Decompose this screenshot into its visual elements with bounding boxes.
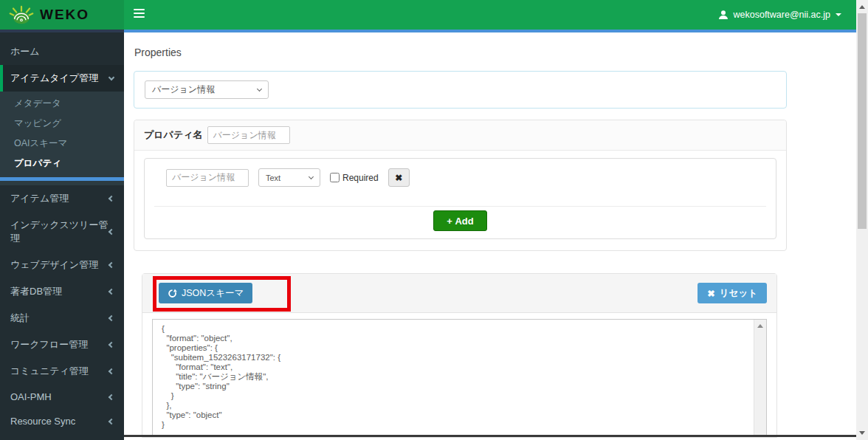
bottom-edge: [124, 435, 868, 437]
json-code-editor[interactable]: { "format": "object", "properties": { "s…: [152, 319, 767, 437]
property-name-input[interactable]: [207, 126, 290, 144]
scroll-down-arrow-icon: [859, 431, 865, 435]
editor-scrollbar[interactable]: [754, 320, 766, 436]
item-type-select[interactable]: バージョン情報: [145, 80, 269, 99]
json-schema-button-label: JSONスキーマ: [182, 287, 244, 300]
chevron-left-icon: [108, 368, 114, 374]
caret-down-icon: [836, 13, 841, 16]
sidebar-submenu: メタデータ マッピング OAIスキーマ プロパティ: [0, 92, 124, 185]
sidebar-item-itemtype-admin[interactable]: アイテムタイプ管理: [0, 65, 124, 92]
chevron-left-icon: [108, 289, 114, 295]
sidebar-item-record-admin[interactable]: レコード管理: [0, 433, 124, 440]
user-icon: [718, 10, 728, 20]
chevron-down-icon: [309, 173, 314, 179]
remove-attribute-button[interactable]: ✖: [388, 168, 410, 187]
add-button[interactable]: + Add: [433, 210, 487, 231]
json-schema-panel-header: JSONスキーマ ✖ リセット: [142, 274, 776, 313]
sidebar-item-authordb-admin[interactable]: 著者DB管理: [0, 278, 124, 305]
sidebar-item-community-admin[interactable]: コミュニティ管理: [0, 358, 124, 385]
json-schema-panel: JSONスキーマ ✖ リセット { "format": "object", "p…: [142, 273, 777, 438]
main-content: Properties バージョン情報 プロパティ名 Text: [124, 32, 856, 440]
item-type-select-value: バージョン情報: [152, 83, 215, 96]
attribute-name-input[interactable]: [166, 169, 249, 187]
sidebar-subitem-oai-schema[interactable]: OAIスキーマ: [0, 134, 124, 154]
sidebar-item-indextree-admin[interactable]: インデックスツリー管理: [0, 212, 124, 252]
json-code-text: { "format": "object", "properties": { "s…: [153, 320, 766, 434]
item-type-panel: バージョン情報: [134, 71, 787, 109]
sidebar-item-home[interactable]: ホーム: [0, 38, 124, 65]
sidebar-subitem-metadata[interactable]: メタデータ: [0, 94, 124, 114]
required-checkbox[interactable]: [330, 173, 340, 182]
page-scrollbar[interactable]: [856, 0, 868, 440]
x-icon: ✖: [707, 288, 714, 299]
reset-button-label: リセット: [720, 287, 757, 300]
chevron-left-icon: [108, 393, 114, 399]
refresh-icon: [168, 289, 177, 298]
active-indicator-bar: [0, 177, 124, 181]
attribute-row: Text Required ✖: [154, 168, 766, 187]
chevron-left-icon: [108, 342, 114, 348]
required-label: Required: [342, 173, 379, 183]
add-button-label: Add: [455, 216, 473, 227]
hamburger-menu-icon[interactable]: [134, 9, 145, 20]
required-option: Required: [330, 173, 379, 183]
chevron-left-icon: [108, 262, 114, 268]
chevron-down-icon: [257, 86, 262, 91]
sidebar-nav: ホーム アイテムタイプ管理 メタデータ マッピング OAIスキーマ プロパティ …: [0, 32, 124, 440]
attribute-type-value: Text: [266, 173, 280, 182]
scroll-up-arrow-icon: [757, 324, 763, 328]
property-panel-header: プロパティ名: [134, 120, 786, 151]
plus-icon: +: [447, 216, 452, 227]
attribute-box: Text Required ✖ + Add: [144, 158, 776, 239]
property-panel-body: Text Required ✖ + Add: [134, 151, 786, 250]
attribute-type-select[interactable]: Text: [258, 168, 320, 187]
chevron-left-icon: [108, 315, 114, 321]
sidebar-item-oai-pmh[interactable]: OAI-PMH: [0, 385, 124, 409]
navbar: wekosoftware@nii.ac.jp: [124, 0, 856, 30]
user-menu[interactable]: wekosoftware@nii.ac.jp: [718, 0, 842, 30]
json-schema-button[interactable]: JSONスキーマ: [159, 283, 252, 303]
chevron-left-icon: [108, 229, 114, 235]
sidebar-subitem-property[interactable]: プロパティ: [0, 154, 124, 173]
property-panel: プロパティ名 Text Required ✖: [134, 120, 787, 251]
sidebar-item-statistics[interactable]: 統計: [0, 305, 124, 331]
scrollbar-thumb[interactable]: [858, 13, 867, 229]
sidebar-item-item-admin[interactable]: アイテム管理: [0, 185, 124, 212]
weko-logo-icon: [9, 5, 34, 24]
sidebar-subitem-mapping[interactable]: マッピング: [0, 114, 124, 134]
page-title: Properties: [134, 47, 856, 58]
brand-logo[interactable]: WEKO: [0, 0, 124, 30]
header-divider-right: [124, 30, 856, 32]
add-row: + Add: [154, 207, 766, 231]
reset-button[interactable]: ✖ リセット: [698, 283, 767, 303]
sidebar-item-workflow-admin[interactable]: ワークフロー管理: [0, 331, 124, 358]
scroll-up-arrow-icon: [859, 5, 865, 9]
header-divider-left: [0, 30, 124, 32]
sidebar-item-webdesign-admin[interactable]: ウェブデザイン管理: [0, 252, 124, 278]
json-schema-panel-body: { "format": "object", "properties": { "s…: [142, 313, 776, 437]
top-bar: WEKO wekosoftware@nii.ac.jp: [0, 0, 856, 30]
brand-title: WEKO: [40, 7, 89, 23]
chevron-left-icon: [108, 196, 114, 202]
chevron-down-icon: [108, 74, 114, 80]
user-email: wekosoftware@nii.ac.jp: [734, 10, 831, 20]
chevron-left-icon: [108, 418, 114, 424]
sidebar-item-resource-sync[interactable]: Resource Sync: [0, 409, 124, 433]
property-name-label: プロパティ名: [144, 128, 203, 142]
